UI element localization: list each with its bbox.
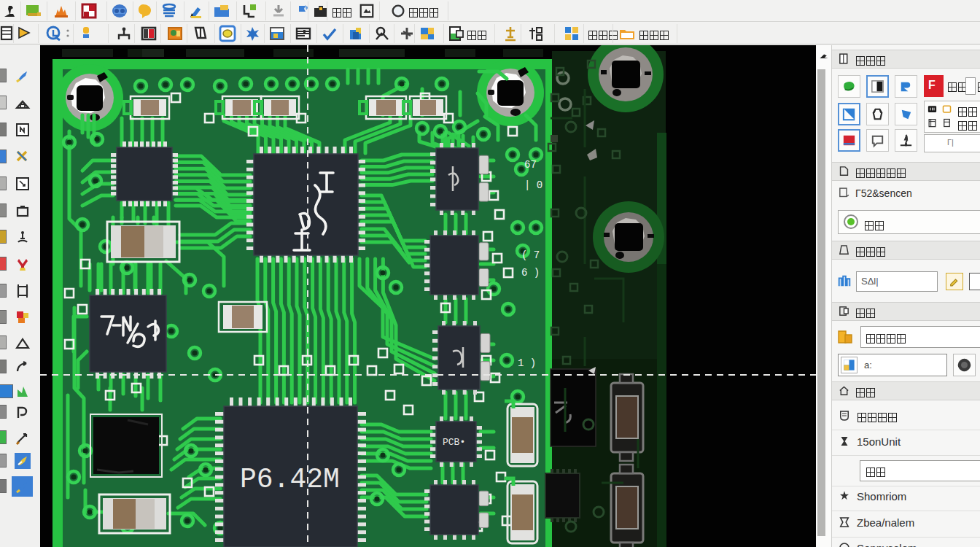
- svg-text:1 ): 1 ): [518, 357, 536, 369]
- svg-text:( 7: ( 7: [521, 249, 540, 261]
- svg-text:P6.42M: P6.42M: [240, 464, 340, 495]
- svg-text:PCB•: PCB•: [443, 437, 465, 448]
- svg-text:67: 67: [524, 159, 537, 171]
- svg-text:| 0: | 0: [524, 179, 542, 191]
- svg-text:6 ): 6 ): [521, 267, 540, 279]
